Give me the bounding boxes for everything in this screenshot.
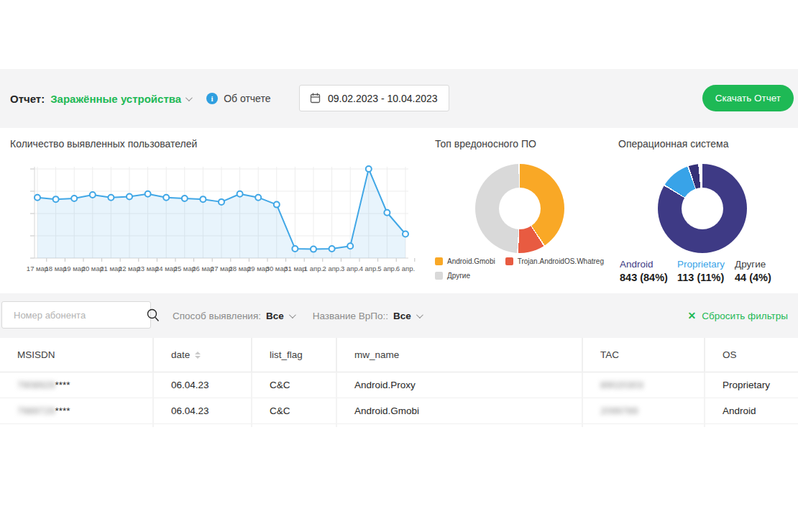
empty-cell <box>336 423 582 427</box>
report-name-dropdown[interactable]: Заражённые устройства <box>50 93 191 105</box>
empty-cell <box>0 423 153 427</box>
detection-method-value: Все <box>266 311 284 321</box>
users-line-chart-card: Количество выявленных пользователей 17 м… <box>0 128 421 293</box>
users-line-chart: 17 мар18 мар19 мар20 мар21 мар22 мар23 м… <box>0 150 421 308</box>
os-stat-label: Android <box>620 259 677 270</box>
cell-date: 06.04.23 <box>153 398 252 423</box>
search-icon <box>146 308 160 322</box>
filter-dropdowns: Способ выявления: Все Название ВрПо:: Вс… <box>173 293 421 338</box>
blurred-tac: 2099789 <box>600 405 638 416</box>
malware-donut-chart <box>475 164 564 253</box>
svg-text:31 мар: 31 мар <box>284 265 306 272</box>
cell-msisdn: 7908929**** <box>0 372 153 398</box>
malware-name-label: Название ВрПо:: <box>313 311 388 321</box>
column-header-label: MSISDN <box>17 349 55 360</box>
msisdn-mask: **** <box>55 405 70 416</box>
column-header-label: OS <box>723 349 737 360</box>
malware-name-value: Все <box>393 311 411 321</box>
report-header-band: Отчет: Заражённые устройства i Об отчете… <box>0 69 798 128</box>
reset-filters-label: Сбросить фильтры <box>702 311 788 321</box>
column-header-tac: TAC <box>582 338 705 372</box>
legend-label: Другие <box>447 272 470 280</box>
column-header-label: list_flag <box>270 349 303 360</box>
svg-text:5 апр.: 5 апр. <box>377 265 396 272</box>
os-stat-value: 113 (11%) <box>677 272 735 283</box>
table-row-partial <box>0 423 798 427</box>
os-donut-chart <box>658 164 747 253</box>
malware-chart-title: Топ вредоносного ПО <box>435 138 536 150</box>
os-stat-other: Другие 44 (4%) <box>735 259 792 283</box>
chevron-down-icon <box>416 311 423 318</box>
detection-method-label: Способ выявления: <box>173 311 261 321</box>
legend-item: Android.Gmobi <box>435 257 495 265</box>
detection-method-dropdown[interactable]: Способ выявления: Все <box>173 311 294 321</box>
empty-cell <box>705 423 798 427</box>
column-header-msisdn: MSISDN <box>0 338 153 372</box>
download-report-button[interactable]: Скачать Отчет <box>702 85 794 111</box>
os-stat-value: 44 (4%) <box>735 272 792 283</box>
column-header-os: OS <box>705 338 798 372</box>
malware-donut-card: Топ вредоносного ПО Android.Gmobi Trojan… <box>428 128 611 293</box>
line-chart-title: Количество выявленных пользователей <box>10 138 197 150</box>
donut-hole <box>499 188 541 229</box>
os-donut-card: Операционная система Android 843 (84%) P… <box>611 128 798 293</box>
reset-filters-button[interactable]: ✕ Сбросить фильтры <box>688 293 788 338</box>
search-button[interactable] <box>146 302 160 328</box>
legend-label: Android.Gmobi <box>447 257 495 265</box>
malware-name-dropdown[interactable]: Название ВрПо:: Все <box>313 311 421 321</box>
table-row: 7989729****06.04.23C&CAndroid.Gmobi20997… <box>0 398 798 423</box>
chevron-down-icon <box>289 311 296 318</box>
charts-band: Количество выявленных пользователей 17 м… <box>0 128 798 293</box>
cell-tac: 89020303 <box>582 372 705 398</box>
date-range-picker[interactable]: 09.02.2023 - 10.04.2023 <box>299 85 449 111</box>
blurred-tac: 89020303 <box>600 380 643 390</box>
legend-swatch <box>435 257 443 265</box>
about-report-label: Об отчете <box>224 93 270 104</box>
legend-swatch <box>505 257 513 265</box>
close-icon: ✕ <box>688 311 697 321</box>
legend-item: Trojan.AndroidOS.Whatreg <box>505 257 604 265</box>
donut-hole <box>682 188 723 229</box>
os-stats: Android 843 (84%) Proprietary 113 (11%) … <box>620 259 792 283</box>
cell-msisdn: 7989729**** <box>0 398 153 423</box>
empty-cell <box>582 423 705 427</box>
report-label: Отчет: <box>10 93 45 105</box>
os-stat-value: 843 (84%) <box>620 272 677 283</box>
dashboard-screen: Отчет: Заражённые устройства i Об отчете… <box>0 0 798 532</box>
svg-text:4 апр.: 4 апр. <box>359 265 378 272</box>
msisdn-mask: **** <box>55 380 70 390</box>
os-stat-label: Proprietary <box>677 259 735 270</box>
report-selector-row: Отчет: Заражённые устройства i Об отчете <box>10 69 271 128</box>
column-header-label: mw_name <box>354 349 399 360</box>
legend-label: Trojan.AndroidOS.Whatreg <box>518 257 604 265</box>
empty-cell <box>252 423 336 427</box>
info-icon[interactable]: i <box>206 93 218 104</box>
cell-mw-name: Android.Gmobi <box>336 398 582 423</box>
cell-os: Proprietary <box>705 372 798 398</box>
os-chart-title: Операционная система <box>618 138 728 150</box>
table-header-row: MSISDNdatelist_flagmw_nameTACOS <box>0 338 798 372</box>
date-range-value: 09.02.2023 - 10.04.2023 <box>328 93 438 104</box>
cell-list-flag: C&C <box>252 372 336 398</box>
column-header-mw_name: mw_name <box>336 338 582 372</box>
subscriber-search-box <box>1 301 151 329</box>
cell-mw-name: Android.Proxy <box>336 372 582 398</box>
svg-text:2 апр.: 2 апр. <box>322 265 341 272</box>
cell-list-flag: C&C <box>252 398 336 423</box>
os-stat-android: Android 843 (84%) <box>620 259 677 283</box>
malware-legend: Android.Gmobi Trojan.AndroidOS.Whatreg Д… <box>435 257 607 286</box>
legend-item: Другие <box>435 272 470 280</box>
sort-icon[interactable] <box>195 352 201 359</box>
blurred-msisdn: 7989729 <box>17 405 55 416</box>
column-header-date[interactable]: date <box>153 338 252 372</box>
infected-devices-table: MSISDNdatelist_flagmw_nameTACOS 7908929*… <box>0 338 798 427</box>
column-header-label: date <box>171 349 190 360</box>
svg-text:3 апр.: 3 апр. <box>341 265 359 272</box>
table-row: 7908929****06.04.23C&CAndroid.Proxy89020… <box>0 372 798 398</box>
search-input[interactable] <box>2 310 146 321</box>
cell-date: 06.04.23 <box>153 372 252 398</box>
svg-text:6 апр.: 6 апр. <box>396 265 415 272</box>
report-name-text: Заражённые устройства <box>50 93 181 105</box>
cell-tac: 2099789 <box>582 398 705 423</box>
calendar-icon <box>310 93 321 104</box>
